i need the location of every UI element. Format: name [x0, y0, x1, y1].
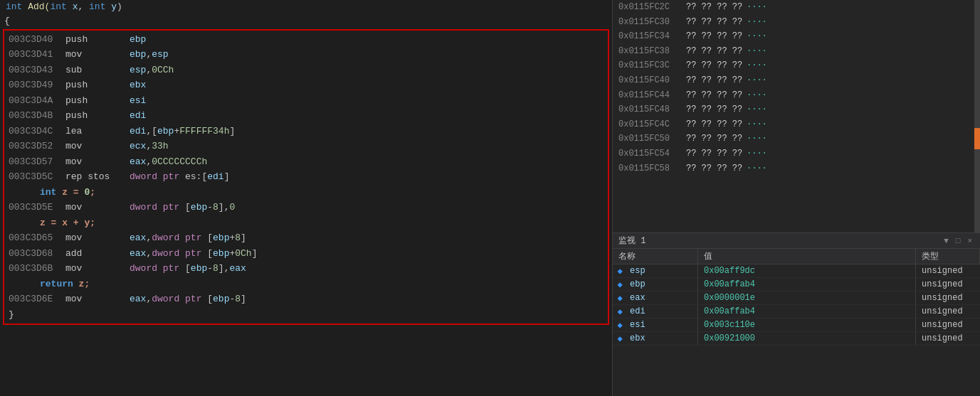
- watch-row-type: unsigned: [916, 319, 980, 331]
- memory-row: 0x0115FC44 ?? ?? ?? ?? ····: [613, 88, 974, 103]
- asm-line: 003C3D5C rep stos dword ptr es:[edi]: [4, 169, 608, 185]
- memory-view[interactable]: 0x0115FC2C ?? ?? ?? ?? ···· 0x0115FC30 ?…: [613, 0, 980, 232]
- watch-controls: ▼ □ ×: [942, 237, 974, 245]
- asm-line: 003C3D4A push esi: [4, 93, 608, 109]
- watch-row-name: esi: [627, 319, 698, 331]
- asm-line: 003C3D6E mov eax,dword ptr [ebp-8]: [4, 291, 608, 307]
- watch-col-type: 类型: [916, 249, 980, 264]
- watch-row-ebp[interactable]: ◆ ebp 0x00affab4 unsigned: [613, 278, 980, 291]
- watch-row-icon: ◆: [613, 306, 627, 317]
- memory-row: 0x0115FC58 ?? ?? ?? ?? ····: [613, 161, 974, 176]
- disasm-area[interactable]: 003C3D40 push ebp 003C3D41 mov ebp,esp 0…: [3, 29, 609, 326]
- asm-line: 003C3D68 add eax,dword ptr [ebp+0Ch]: [4, 246, 608, 262]
- return-type: int: [6, 1, 22, 12]
- watch-row-esi[interactable]: ◆ esi 0x003c110e unsigned: [613, 319, 980, 332]
- watch-header: 监视 1 ▼ □ ×: [613, 233, 980, 249]
- asm-line: 003C3D5E mov dword ptr [ebp-8],0: [4, 200, 608, 215]
- watch-row-icon: ◆: [613, 279, 627, 290]
- memory-row: 0x0115FC4C ?? ?? ?? ?? ····: [613, 117, 974, 132]
- source-line: return z;: [4, 277, 608, 292]
- watch-row-icon: ◆: [613, 266, 627, 277]
- asm-line: 003C3D65 mov eax,dword ptr [ebp+8]: [4, 230, 608, 246]
- memory-row: 0x0115FC3C ?? ?? ?? ?? ····: [613, 58, 974, 73]
- asm-line: 003C3D41 mov ebp,esp: [4, 47, 608, 63]
- watch-panel: 监视 1 ▼ □ × 名称 值 类型 ◆ esp 0x00aff9dc unsi…: [613, 232, 980, 396]
- memory-scrollbar[interactable]: [974, 0, 980, 232]
- watch-row-edi[interactable]: ◆ edi 0x00affab4 unsigned: [613, 305, 980, 319]
- asm-line: 003C3D49 push ebx: [4, 77, 608, 93]
- asm-line: 003C3D40 push ebp: [4, 32, 608, 48]
- memory-row: 0x0115FC34 ?? ?? ?? ?? ····: [613, 29, 974, 44]
- watch-column-headers: 名称 值 类型: [613, 249, 980, 264]
- watch-row-type: unsigned: [916, 278, 980, 291]
- watch-col-value: 值: [698, 249, 916, 264]
- watch-row-type: unsigned: [916, 264, 980, 277]
- memory-row: 0x0115FC48 ?? ?? ?? ?? ····: [613, 102, 974, 117]
- watch-row-name: ebp: [627, 278, 698, 291]
- asm-line: 003C3D4C lea edi,[ebp+FFFFFF34h]: [4, 124, 608, 139]
- asm-line: 003C3D52 mov ecx,33h: [4, 139, 608, 154]
- watch-row-type: unsigned: [916, 332, 980, 345]
- watch-close-btn[interactable]: ×: [965, 237, 974, 245]
- watch-restore-btn[interactable]: □: [954, 237, 963, 245]
- watch-row-icon: ◆: [613, 293, 627, 304]
- watch-row-value: 0x00921000: [698, 332, 916, 345]
- watch-row-value: 0x00affab4: [698, 278, 916, 291]
- watch-row-type: unsigned: [916, 305, 980, 318]
- watch-row-name: ebx: [627, 332, 698, 345]
- watch-row-name: esp: [627, 264, 698, 277]
- watch-row-esp[interactable]: ◆ esp 0x00aff9dc unsigned: [613, 264, 980, 278]
- watch-row-name: eax: [627, 291, 698, 304]
- watch-row-value: 0x0000001e: [698, 291, 916, 304]
- memory-row: 0x0115FC2C ?? ?? ?? ?? ····: [613, 0, 974, 15]
- watch-title: 监视 1: [618, 235, 646, 247]
- asm-line: 003C3D4B push edi: [4, 108, 608, 124]
- memory-row: 0x0115FC54 ?? ?? ?? ?? ····: [613, 146, 974, 161]
- memory-row: 0x0115FC30 ?? ?? ?? ?? ····: [613, 15, 974, 30]
- scrollbar-thumb[interactable]: [974, 128, 980, 149]
- close-brace: }: [4, 307, 608, 323]
- memory-row: 0x0115FC50 ?? ?? ?? ?? ····: [613, 132, 974, 146]
- function-signature: int Add(int x, int y): [0, 0, 612, 14]
- func-name: Add(: [28, 1, 50, 12]
- right-panel: 0x0115FC2C ?? ?? ?? ?? ···· 0x0115FC30 ?…: [612, 0, 980, 396]
- disassembly-panel: int Add(int x, int y) { 003C3D40 push eb…: [0, 0, 612, 396]
- watch-col-name: 名称: [613, 249, 698, 264]
- watch-row-value: 0x003c110e: [698, 319, 916, 331]
- memory-row: 0x0115FC40 ?? ?? ?? ?? ····: [613, 73, 974, 88]
- watch-row-ebx[interactable]: ◆ ebx 0x00921000 unsigned: [613, 332, 980, 346]
- source-line: z = x + y;: [4, 215, 608, 231]
- asm-line: 003C3D57 mov eax,0CCCCCCCCh: [4, 154, 608, 170]
- memory-row: 0x0115FC38 ?? ?? ?? ?? ····: [613, 44, 974, 59]
- asm-line: 003C3D43 sub esp,0CCh: [4, 63, 608, 78]
- watch-row-type: unsigned: [916, 291, 980, 304]
- watch-row-value: 0x00aff9dc: [698, 264, 916, 277]
- watch-row-name: edi: [627, 305, 698, 318]
- watch-table: 名称 值 类型 ◆ esp 0x00aff9dc unsigned ◆ ebp …: [613, 249, 980, 396]
- asm-line: 003C3D6B mov dword ptr [ebp-8],eax: [4, 261, 608, 277]
- open-brace: {: [0, 14, 612, 29]
- watch-row-icon: ◆: [613, 320, 627, 331]
- source-line: int z = 0;: [4, 185, 608, 200]
- watch-row-icon: ◆: [613, 333, 627, 344]
- watch-row-eax[interactable]: ◆ eax 0x0000001e unsigned: [613, 291, 980, 305]
- watch-row-value: 0x00affab4: [698, 305, 916, 318]
- watch-dropdown-btn[interactable]: ▼: [942, 237, 951, 245]
